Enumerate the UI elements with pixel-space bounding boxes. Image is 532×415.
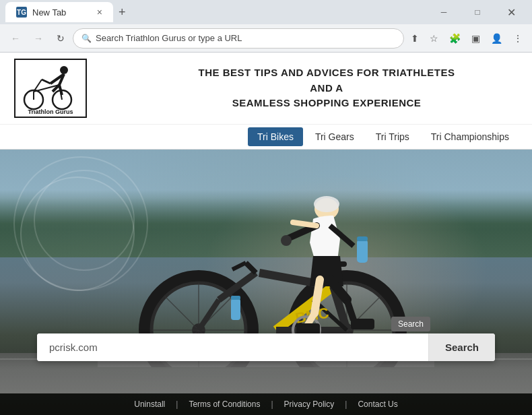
tab-favicon: TG [16,7,27,18]
search-box: Search [37,333,495,361]
footer-sep-3: | [345,400,347,409]
logo-image: Triathlon Gurus [13,58,88,119]
svg-line-39 [232,263,246,269]
footer-sep-2: | [271,400,273,409]
svg-point-50 [281,235,292,246]
svg-line-49 [293,222,317,226]
navigation-bar: ← → ↻ 🔍 Search Triathlon Gurus or type a… [0,24,532,53]
close-button[interactable]: ✕ [496,2,527,22]
footer-privacy[interactable]: Privacy Policy [284,400,335,409]
search-input[interactable] [37,333,428,361]
svg-line-38 [246,263,256,273]
address-search-icon: 🔍 [81,34,92,43]
nav-icons: ⬆ ☆ 🧩 ▣ 👤 ⋮ [407,29,527,48]
svg-line-54 [314,280,320,313]
svg-point-47 [314,196,339,212]
address-text: Search Triathlon Gurus or type a URL [96,33,395,43]
svg-rect-59 [351,319,374,329]
footer-uninstall[interactable]: Uninstall [134,400,165,409]
logo-svg: Triathlon Gurus [13,58,88,119]
share-button[interactable]: ⬆ [407,29,423,48]
profile-button[interactable]: 👤 [487,29,506,48]
footer-terms[interactable]: Terms of Conditions [189,400,260,409]
search-button[interactable]: Search [428,333,495,361]
site-header: Triathlon Gurus THE BEST TIPS AND ADVICE… [0,53,532,125]
site-nav: Tri Bikes Tri Gears Tri Trips Tri Champi… [0,125,532,150]
website-content: Triathlon Gurus THE BEST TIPS AND ADVICE… [0,53,532,415]
svg-rect-45 [231,296,240,300]
browser-frame: TG New Tab × + ─ □ ✕ ← → ↻ 🔍 Search Tria… [0,0,532,415]
hero-section: BMC [0,150,532,415]
svg-line-3 [42,79,51,84]
footer-contact[interactable]: Contact Us [358,400,397,409]
svg-point-1 [60,66,68,74]
search-overlay: Search Search [0,333,532,361]
search-tooltip: Search [391,317,430,331]
window-controls: ─ □ ✕ [428,2,527,22]
svg-rect-52 [357,239,368,263]
extensions-button[interactable]: 🧩 [445,29,465,48]
nav-item-tri-gears[interactable]: Tri Gears [306,127,364,146]
nav-item-tri-championships[interactable]: Tri Championships [422,127,519,146]
tab-area: TG New Tab × + [5,2,423,22]
tab-title: New Tab [32,7,66,18]
browser-tab[interactable]: TG New Tab × [5,2,113,22]
site-footer: Uninstall | Terms of Conditions | Privac… [0,393,532,415]
sidebar-button[interactable]: ▣ [467,29,484,48]
logo-area: Triathlon Gurus [13,58,135,119]
bookmark-button[interactable]: ☆ [426,29,442,48]
forward-button[interactable]: → [28,29,48,48]
minimize-button[interactable]: ─ [428,2,459,22]
svg-text:Triathlon Gurus: Triathlon Gurus [28,108,73,115]
address-bar[interactable]: 🔍 Search Triathlon Gurus or type a URL [73,28,404,49]
site-tagline: THE BEST TIPS AND ADVICES FOR TRIATHLETE… [135,65,519,111]
svg-rect-44 [231,298,240,320]
svg-rect-53 [357,236,368,241]
refresh-button[interactable]: ↻ [51,29,70,48]
footer-sep-1: | [176,400,178,409]
tab-close-button[interactable]: × [97,7,102,18]
title-bar: TG New Tab × + ─ □ ✕ [0,0,532,24]
restore-button[interactable]: □ [462,2,493,22]
nav-item-tri-trips[interactable]: Tri Trips [366,127,419,146]
svg-line-35 [199,300,219,330]
back-button[interactable]: ← [5,29,26,48]
svg-line-58 [347,300,354,320]
nav-item-tri-bikes[interactable]: Tri Bikes [248,127,303,146]
menu-button[interactable]: ⋮ [509,29,527,48]
new-tab-button[interactable]: + [113,3,131,22]
